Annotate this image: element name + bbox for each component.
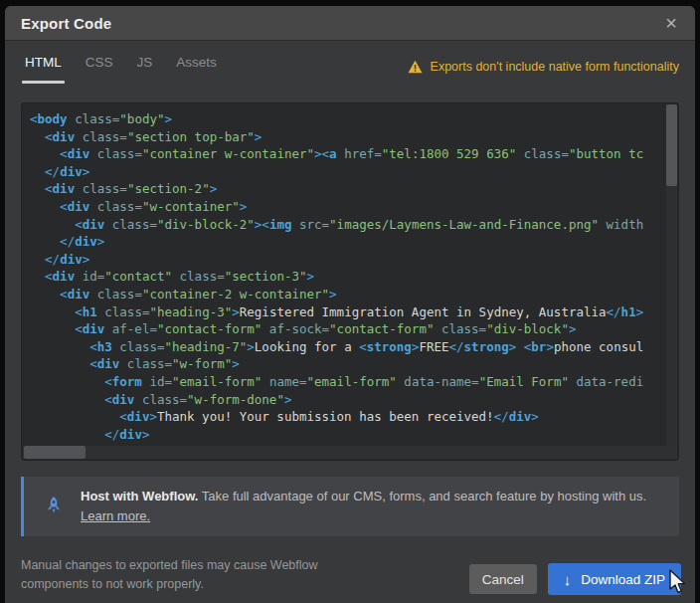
download-zip-button[interactable]: ↓ Download ZIP <box>548 563 681 595</box>
code-line: <h1 class="heading-3">Registered Immigra… <box>30 303 666 321</box>
code-line: <h3 class="heading-7">Looking for a <str… <box>30 338 666 356</box>
code-line: </div> <box>30 233 666 251</box>
download-arrow-icon: ↓ <box>564 571 572 588</box>
vertical-scrollbar[interactable] <box>666 104 677 446</box>
warning-text: Exports don't include native form functi… <box>431 60 679 74</box>
code-line: <div>Thank you! Your submission has been… <box>30 408 666 426</box>
host-with-webflow-banner: Host with Webflow. Take full advantage o… <box>21 477 679 536</box>
code-line: <div class="div-block-2"><img src="image… <box>30 216 666 234</box>
screen: Export Code × HTMLCSSJSAssets Exports do… <box>0 0 700 603</box>
code-line: <div class="section top-bar"> <box>30 128 666 146</box>
horizontal-scrollbar[interactable] <box>23 446 677 459</box>
tabs: HTMLCSSJSAssets <box>25 55 217 84</box>
code-line: <div class="w-container"> <box>30 198 666 216</box>
vertical-scrollbar-thumb[interactable] <box>666 104 677 186</box>
rocket-icon <box>42 495 66 518</box>
tab-bar: HTMLCSSJSAssets Exports don't include na… <box>5 41 695 102</box>
cancel-button[interactable]: Cancel <box>469 564 537 594</box>
code-panel: <body class="body"> <div class="section … <box>21 102 679 461</box>
export-code-dialog: Export Code × HTMLCSSJSAssets Exports do… <box>5 6 695 603</box>
footer-note-line2: components to not work properly. <box>21 577 204 591</box>
code-line: <div id="contact" class="section-3"> <box>30 268 666 286</box>
learn-more-link[interactable]: Learn more. <box>81 508 150 523</box>
code-line: <div class="w-form"> <box>30 355 666 373</box>
footer-note-line1: Manual changes to exported files may cau… <box>21 558 318 572</box>
dialog-footer: Manual changes to exported files may cau… <box>5 552 695 595</box>
code-line: </div> <box>30 426 666 444</box>
tab-assets[interactable]: Assets <box>176 55 217 84</box>
banner-body-text: Take full advantage of our CMS, forms, a… <box>198 489 646 503</box>
tab-html[interactable]: HTML <box>25 55 62 84</box>
code-line: <div class="w-form-done"> <box>30 391 666 409</box>
tab-js[interactable]: JS <box>137 55 153 84</box>
code-line: <div class="section-2"> <box>30 180 666 198</box>
form-warning: Exports don't include native form functi… <box>408 60 679 74</box>
banner-bold-text: Host with Webflow. <box>81 489 198 503</box>
dialog-titlebar: Export Code × <box>5 6 695 41</box>
download-label: Download ZIP <box>581 572 665 587</box>
code-line: <div class="container-2 w-container"> <box>30 286 666 303</box>
code-line: </div> <box>30 251 666 269</box>
warning-triangle-icon <box>408 60 423 74</box>
banner-text: Host with Webflow. Take full advantage o… <box>81 487 646 526</box>
code-line: <div af-el="contact-form" af-sock="conta… <box>30 320 666 338</box>
code-view: <body class="body"> <div class="section … <box>22 103 666 446</box>
horizontal-scrollbar-thumb[interactable] <box>24 446 86 459</box>
code-line: </div> <box>30 163 666 181</box>
close-icon[interactable]: × <box>661 10 681 37</box>
tab-css[interactable]: CSS <box>86 55 113 84</box>
code-line: <body class="body"> <box>30 110 666 128</box>
code-line: <form id="email-form" name="email-form" … <box>30 373 666 391</box>
dialog-title: Export Code <box>21 15 111 32</box>
footer-note: Manual changes to exported files may cau… <box>21 556 318 594</box>
code-line: <div class="container w-container"><a hr… <box>30 145 666 163</box>
footer-buttons: Cancel ↓ Download ZIP <box>469 556 681 595</box>
